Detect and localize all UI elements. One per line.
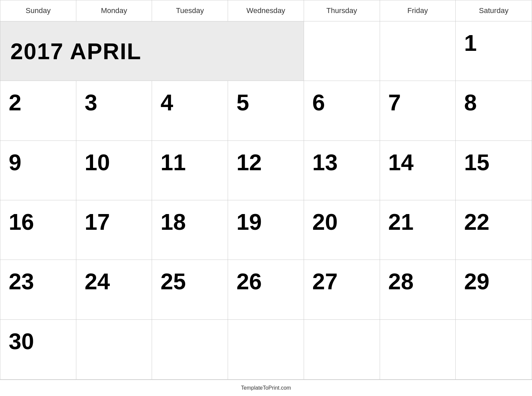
day-4: 4 bbox=[152, 81, 228, 140]
date-number-13: 13 bbox=[312, 151, 338, 174]
day-19: 19 bbox=[228, 200, 304, 260]
day-11: 11 bbox=[152, 141, 228, 200]
day-28: 28 bbox=[380, 260, 456, 319]
day-6: 6 bbox=[304, 81, 380, 140]
date-number-14: 14 bbox=[388, 151, 414, 174]
date-number-16: 16 bbox=[9, 210, 34, 233]
empty-cell-thu-w1 bbox=[304, 21, 380, 81]
date-number-5: 5 bbox=[236, 91, 249, 114]
date-number-3: 3 bbox=[85, 91, 97, 114]
empty-cell-fri-w1 bbox=[380, 21, 456, 81]
footer: TemplateToPrint.com bbox=[0, 380, 532, 396]
calendar-row-3: 9 10 11 12 13 14 15 bbox=[0, 141, 532, 200]
header-sunday: Sunday bbox=[0, 0, 76, 21]
date-number-27: 27 bbox=[312, 270, 338, 293]
empty-cell-fri-w6 bbox=[380, 320, 456, 379]
date-number-7: 7 bbox=[388, 91, 401, 114]
empty-cell-tue-w6 bbox=[152, 320, 228, 379]
day-29: 29 bbox=[456, 260, 532, 319]
date-number-2: 2 bbox=[9, 91, 21, 114]
day-16: 16 bbox=[0, 200, 76, 260]
date-number-21: 21 bbox=[388, 210, 414, 233]
header-saturday: Saturday bbox=[456, 0, 532, 21]
day-10: 10 bbox=[76, 141, 152, 200]
date-number-12: 12 bbox=[236, 151, 262, 174]
month-title: 2017 APRIL bbox=[10, 38, 142, 64]
calendar-row-2: 2 3 4 5 6 7 8 bbox=[0, 81, 532, 140]
day-21: 21 bbox=[380, 200, 456, 260]
day-26: 26 bbox=[228, 260, 304, 319]
date-number-24: 24 bbox=[85, 270, 110, 293]
date-number-10: 10 bbox=[85, 151, 110, 174]
date-number-20: 20 bbox=[312, 210, 338, 233]
day-headers-row: Sunday Monday Tuesday Wednesday Thursday… bbox=[0, 0, 532, 21]
day-17: 17 bbox=[76, 200, 152, 260]
day-30: 30 bbox=[0, 320, 76, 379]
empty-cell-wed-w6 bbox=[228, 320, 304, 379]
date-number-9: 9 bbox=[9, 151, 21, 174]
day-1: 1 bbox=[456, 21, 532, 81]
day-12: 12 bbox=[228, 141, 304, 200]
empty-cell-thu-w6 bbox=[304, 320, 380, 379]
header-thursday: Thursday bbox=[304, 0, 380, 21]
day-9: 9 bbox=[0, 141, 76, 200]
day-8: 8 bbox=[456, 81, 532, 140]
day-15: 15 bbox=[456, 141, 532, 200]
calendar-row-4: 16 17 18 19 20 21 22 bbox=[0, 200, 532, 260]
date-number-17: 17 bbox=[85, 210, 110, 233]
day-20: 20 bbox=[304, 200, 380, 260]
date-number-19: 19 bbox=[236, 210, 262, 233]
header-wednesday: Wednesday bbox=[228, 0, 304, 21]
date-number-6: 6 bbox=[312, 91, 325, 114]
calendar-row-1: 2017 APRIL 1 bbox=[0, 21, 532, 81]
day-7: 7 bbox=[380, 81, 456, 140]
day-25: 25 bbox=[152, 260, 228, 319]
day-14: 14 bbox=[380, 141, 456, 200]
day-27: 27 bbox=[304, 260, 380, 319]
date-number-1: 1 bbox=[464, 31, 477, 54]
calendar-row-6: 30 bbox=[0, 320, 532, 379]
header-tuesday: Tuesday bbox=[152, 0, 228, 21]
header-monday: Monday bbox=[76, 0, 152, 21]
date-number-30: 30 bbox=[9, 330, 34, 353]
date-number-11: 11 bbox=[160, 151, 186, 174]
empty-cell-sat-w6 bbox=[456, 320, 532, 379]
date-number-4: 4 bbox=[160, 91, 173, 114]
day-2: 2 bbox=[0, 81, 76, 140]
date-number-23: 23 bbox=[9, 270, 34, 293]
month-title-cell: 2017 APRIL bbox=[0, 21, 304, 81]
empty-cell-mon-w6 bbox=[76, 320, 152, 379]
header-friday: Friday bbox=[380, 0, 456, 21]
date-number-28: 28 bbox=[388, 270, 414, 293]
date-number-26: 26 bbox=[236, 270, 262, 293]
calendar: Sunday Monday Tuesday Wednesday Thursday… bbox=[0, 0, 532, 380]
date-number-22: 22 bbox=[464, 210, 489, 233]
date-number-25: 25 bbox=[160, 270, 186, 293]
date-number-15: 15 bbox=[464, 151, 489, 174]
calendar-grid: 2017 APRIL 1 2 3 4 5 6 bbox=[0, 21, 532, 379]
day-18: 18 bbox=[152, 200, 228, 260]
date-number-8: 8 bbox=[464, 91, 477, 114]
day-22: 22 bbox=[456, 200, 532, 260]
day-3: 3 bbox=[76, 81, 152, 140]
day-13: 13 bbox=[304, 141, 380, 200]
day-23: 23 bbox=[0, 260, 76, 319]
calendar-row-5: 23 24 25 26 27 28 29 bbox=[0, 260, 532, 319]
day-24: 24 bbox=[76, 260, 152, 319]
day-5: 5 bbox=[228, 81, 304, 140]
footer-text: TemplateToPrint.com bbox=[241, 385, 291, 391]
date-number-18: 18 bbox=[160, 210, 186, 233]
date-number-29: 29 bbox=[464, 270, 489, 293]
